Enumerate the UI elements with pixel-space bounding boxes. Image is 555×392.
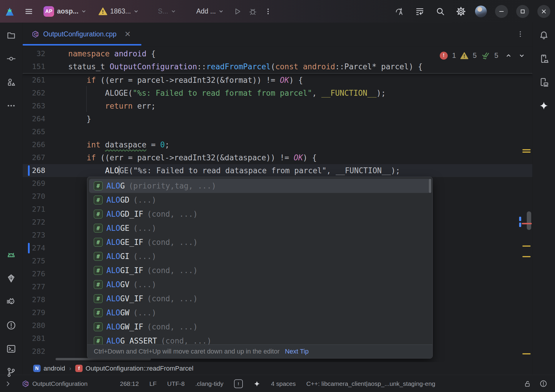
stripe-caret-mark[interactable] <box>519 223 521 227</box>
line-number[interactable]: 264 <box>23 112 45 125</box>
warning-count[interactable]: 5 <box>473 51 477 60</box>
code-text[interactable] <box>45 242 68 255</box>
code-text[interactable] <box>45 267 68 280</box>
resource-manager-tool-button[interactable] <box>4 75 19 90</box>
stripe-warning-mark[interactable] <box>522 152 531 153</box>
chevron-right-icon[interactable] <box>5 381 11 387</box>
line-number[interactable]: 281 <box>23 332 45 345</box>
line-number[interactable]: 274 <box>23 242 45 255</box>
close-button[interactable] <box>537 5 550 18</box>
change-marker[interactable] <box>28 165 30 176</box>
terminal-tool-button[interactable] <box>4 341 19 356</box>
sync-button[interactable] <box>393 5 406 18</box>
commit-tool-button[interactable] <box>4 51 19 66</box>
line-number[interactable]: 266 <box>23 138 45 151</box>
code-text[interactable]: if ((err = parcel->readInt32(&format)) !… <box>45 74 303 87</box>
maximize-button[interactable] <box>516 5 529 18</box>
status-file-widget[interactable]: C + + OutputConfiguration <box>22 380 88 388</box>
completion-item[interactable]: #ALOGV(...) <box>89 277 431 292</box>
line-number[interactable]: 275 <box>23 255 45 267</box>
code-text[interactable]: namespace android { <box>45 47 156 60</box>
line-number[interactable]: 268 <box>23 164 45 177</box>
completion-item[interactable]: #ALOGI_IF(cond, ...) <box>89 263 431 277</box>
line-number[interactable]: 277 <box>23 280 45 293</box>
code-text[interactable]: } <box>45 112 91 125</box>
line-number[interactable]: 279 <box>23 306 45 319</box>
next-tip-link[interactable]: Next Tip <box>285 348 309 355</box>
tab-options-button[interactable] <box>516 30 524 38</box>
code-line[interactable]: 267 if ((err = parcel->readInt32(&datasp… <box>23 151 532 164</box>
stripe-warning-mark[interactable] <box>522 245 531 247</box>
task-history-button[interactable] <box>413 5 426 18</box>
completion-item[interactable]: #ALOGW(...) <box>89 306 431 320</box>
minimize-button[interactable] <box>495 5 508 18</box>
passed-count[interactable]: 5 <box>494 51 498 60</box>
code-line[interactable]: 265 <box>23 125 532 138</box>
sparkle-icon[interactable] <box>253 380 260 387</box>
device-selector[interactable]: Add ... <box>196 7 223 15</box>
line-number[interactable]: 271 <box>23 203 45 216</box>
code-text[interactable]: ALOGE("%s: Failed to read format from pa… <box>45 87 386 100</box>
completion-item[interactable]: #ALOGD_IF(cond, ...) <box>89 207 431 221</box>
inspections-bubble-icon[interactable]: ! <box>234 379 243 388</box>
line-number[interactable]: 273 <box>23 229 45 242</box>
code-text[interactable] <box>45 332 68 345</box>
change-marker[interactable] <box>28 243 30 253</box>
code-text[interactable] <box>45 177 68 190</box>
completion-item[interactable]: #ALOGI(...) <box>89 249 431 263</box>
encoding-widget[interactable]: UTF-8 <box>167 380 185 387</box>
line-ending-widget[interactable]: LF <box>149 380 157 387</box>
completion-item[interactable]: #ALOGE_IF(cond, ...) <box>89 235 431 249</box>
app-inspection-tool-button[interactable] <box>4 271 19 286</box>
stripe-caret-mark[interactable] <box>519 217 521 221</box>
chevron-up-icon[interactable] <box>506 54 511 58</box>
completion-item[interactable]: #ALOGD(...) <box>89 193 431 207</box>
tab-outputconfiguration-cpp[interactable]: C + + OutputConfiguration.cpp ✕ <box>23 23 141 46</box>
device-manager-button[interactable] <box>536 51 551 66</box>
code-line[interactable]: 268 ALOGE("%s: Failed to read dataspace … <box>23 164 532 177</box>
problems-tool-button[interactable] <box>4 318 19 333</box>
project-tool-button[interactable] <box>4 28 19 43</box>
inspections-widget[interactable]: ! 1 5 5 <box>440 50 525 61</box>
code-text[interactable]: if ((err = parcel->readInt32(&dataspace)… <box>45 151 317 164</box>
tab-close-icon[interactable]: ✕ <box>124 30 131 38</box>
line-number[interactable]: 151 <box>23 60 45 73</box>
chevron-down-icon[interactable] <box>519 54 525 58</box>
completion-item[interactable]: #ALOG_ASSERT(cond, ...) <box>89 334 431 344</box>
code-line[interactable]: 266 int dataspace = 0; <box>23 138 532 151</box>
logcat-tool-button[interactable] <box>4 248 19 262</box>
code-line[interactable]: 261 if ((err = parcel->readInt32(&format… <box>23 74 532 87</box>
linter-widget[interactable]: .clang-tidy <box>195 380 223 387</box>
code-editor[interactable]: 32namespace android {151status_t OutputC… <box>23 46 532 362</box>
error-circle-icon[interactable] <box>539 380 547 388</box>
stripe-warning-mark[interactable] <box>522 353 531 354</box>
line-number[interactable]: 282 <box>23 345 45 358</box>
stripe-warning-mark[interactable] <box>522 149 531 150</box>
main-menu-button[interactable] <box>22 5 35 18</box>
code-text[interactable] <box>45 190 68 203</box>
line-number[interactable]: 278 <box>23 293 45 306</box>
version-control-tool-button[interactable] <box>4 365 19 380</box>
line-number[interactable]: 267 <box>23 151 45 164</box>
code-text[interactable] <box>45 280 68 293</box>
more-tool-windows-button[interactable] <box>4 98 19 113</box>
user-avatar[interactable] <box>475 6 487 17</box>
line-number[interactable]: 269 <box>23 177 45 190</box>
stripe-error-mark[interactable] <box>522 223 532 224</box>
code-text[interactable] <box>45 345 68 358</box>
line-number[interactable]: 272 <box>23 216 45 229</box>
line-number[interactable]: 261 <box>23 74 45 87</box>
caret-position-widget[interactable]: 268:12 <box>120 380 139 387</box>
code-line[interactable]: 264 } <box>23 112 532 125</box>
code-text[interactable] <box>45 216 68 229</box>
completion-item[interactable]: #ALOG(priority,tag, ...) <box>89 179 431 193</box>
vcs-warning-widget[interactable]: 1863... <box>98 7 138 15</box>
completion-item[interactable]: #ALOGV_IF(cond, ...) <box>89 292 431 306</box>
line-number[interactable]: 276 <box>23 267 45 280</box>
completion-item[interactable]: #ALOGW_IF(cond, ...) <box>89 320 431 334</box>
line-number[interactable]: 262 <box>23 87 45 100</box>
line-number[interactable]: 265 <box>23 125 45 138</box>
popup-scrollbar[interactable] <box>429 179 431 193</box>
notifications-button[interactable] <box>536 28 551 43</box>
breadcrumb-item[interactable]: fOutputConfiguration::readFromParcel <box>75 365 193 372</box>
